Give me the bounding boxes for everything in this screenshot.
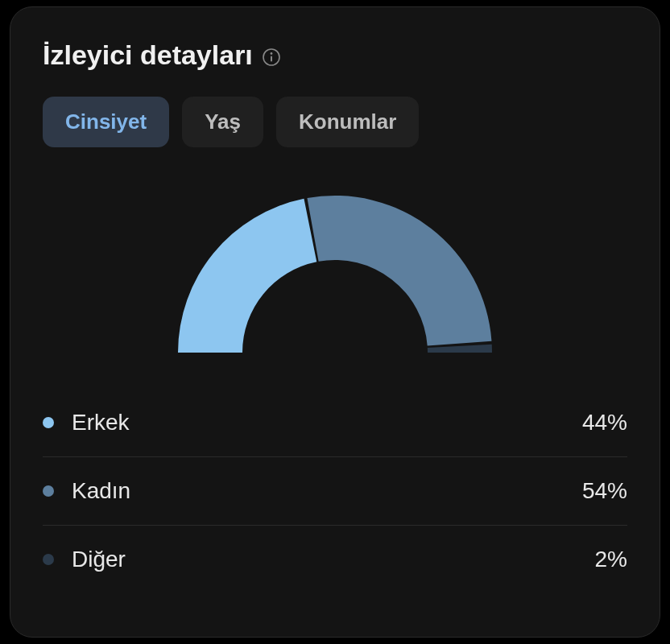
tabs: CinsiyetYaşKonumlar: [43, 97, 627, 147]
legend-row-0: Erkek44%: [43, 389, 627, 457]
svg-rect-2: [271, 56, 272, 61]
legend-left: Kadın: [43, 478, 130, 504]
legend-label: Diğer: [72, 547, 126, 572]
legend-left: Erkek: [43, 410, 130, 436]
legend-row-2: Diğer2%: [43, 526, 627, 593]
legend-label: Kadın: [72, 478, 130, 504]
info-icon[interactable]: [261, 47, 282, 68]
gender-gauge-chart: [43, 188, 627, 357]
legend-left: Diğer: [43, 547, 126, 572]
tab-0[interactable]: Cinsiyet: [43, 97, 169, 147]
legend-dot-icon: [43, 485, 54, 497]
tab-2[interactable]: Konumlar: [276, 97, 419, 147]
legend: Erkek44%Kadın54%Diğer2%: [43, 389, 627, 593]
tab-1[interactable]: Yaş: [182, 97, 263, 147]
gauge-segment-2: [428, 345, 492, 353]
legend-label: Erkek: [72, 410, 130, 436]
legend-dot-icon: [43, 554, 54, 565]
legend-row-1: Kadın54%: [43, 457, 627, 526]
gauge-segment-0: [178, 199, 316, 353]
gauge-segment-1: [307, 196, 491, 346]
card-title: İzleyici detayları: [43, 39, 253, 71]
legend-value: 54%: [582, 478, 627, 504]
svg-point-1: [270, 52, 272, 55]
legend-value: 44%: [582, 410, 627, 436]
legend-dot-icon: [43, 417, 54, 428]
audience-details-card: İzleyici detayları CinsiyetYaşKonumlar E…: [10, 6, 660, 638]
card-header: İzleyici detayları: [43, 39, 627, 71]
legend-value: 2%: [595, 547, 627, 572]
